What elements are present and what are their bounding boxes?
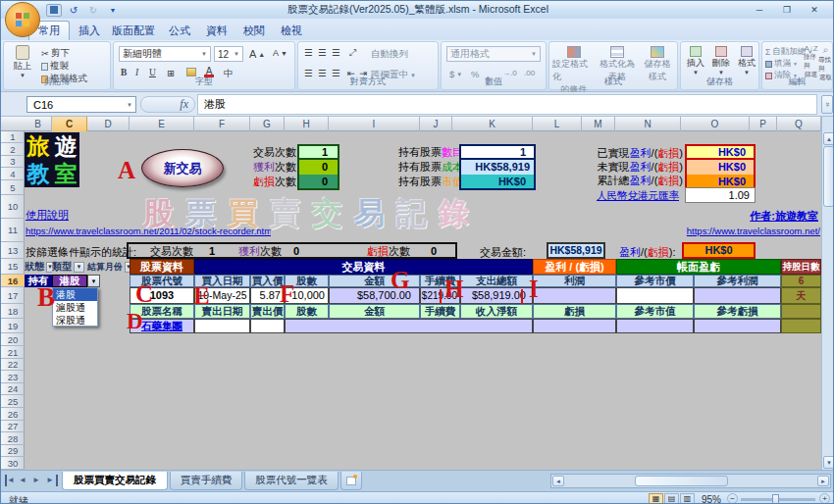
minimize-button[interactable]: ─: [747, 3, 772, 17]
hold-value-value[interactable]: HK$0: [459, 175, 536, 190]
row-1[interactable]: 1: [1, 131, 25, 143]
font-name-select[interactable]: 新細明體▼: [119, 46, 211, 62]
formula-input[interactable]: 港股: [197, 94, 817, 115]
zoom-slider-thumb[interactable]: [772, 494, 779, 504]
zoom-out-button[interactable]: −: [727, 493, 738, 504]
col-B[interactable]: B: [25, 117, 52, 131]
expand-formula-bar-button[interactable]: »: [821, 95, 833, 114]
row-15[interactable]: 15: [1, 259, 25, 275]
conditional-formatting-button[interactable]: 設定格式化的條件: [552, 46, 596, 96]
unrealized-pnl-value[interactable]: HK$0: [685, 160, 756, 175]
ref-profit-cell[interactable]: [694, 287, 781, 304]
sell-header-ref-loss[interactable]: 參考虧損: [694, 304, 781, 319]
row-25[interactable]: 25: [1, 395, 25, 408]
zoom-in-button[interactable]: +: [819, 493, 830, 504]
scroll-right-button[interactable]: ►: [817, 476, 829, 486]
save-icon[interactable]: [46, 4, 62, 17]
stock-name-link[interactable]: 石藥集團: [141, 321, 182, 331]
col-F[interactable]: F: [194, 117, 250, 131]
insert-worksheet-tab[interactable]: [340, 472, 362, 490]
row-3[interactable]: 3: [1, 156, 25, 168]
col-L[interactable]: L: [533, 117, 582, 131]
zoom-level[interactable]: 95%: [702, 494, 721, 504]
tab-nav-prev-icon[interactable]: ◄: [19, 475, 30, 486]
sell-price-cell[interactable]: [250, 319, 285, 333]
sheet-tab-records[interactable]: 股票買賣交易記錄: [62, 472, 168, 490]
sheet-tab-codes[interactable]: 股票代號一覽表: [244, 472, 339, 490]
view-layout-button[interactable]: ▤: [664, 493, 679, 504]
hold-cost-value[interactable]: HK$58,919: [459, 160, 536, 175]
type-cell-selected[interactable]: 港股: [52, 275, 87, 287]
tab-data[interactable]: 資料: [197, 21, 236, 40]
row-13[interactable]: 13: [1, 242, 25, 259]
vertical-scroll-thumb[interactable]: [823, 146, 834, 207]
close-button[interactable]: ✕: [802, 3, 827, 17]
row-17[interactable]: 17: [1, 287, 25, 304]
filter-state-header[interactable]: 狀態▼: [25, 259, 52, 275]
row-16[interactable]: 16: [1, 275, 25, 287]
row-20[interactable]: 20: [1, 333, 25, 346]
author-link[interactable]: 作者:旅遊教室: [691, 209, 818, 223]
sort-filter-button[interactable]: A↓Z 排序與篩選: [804, 44, 818, 79]
copy-button[interactable]: 複製: [41, 60, 69, 73]
row-24[interactable]: 24: [1, 383, 25, 395]
sell-header-net[interactable]: 收入淨額: [460, 304, 533, 319]
realized-pnl-value[interactable]: HK$0: [685, 144, 756, 160]
horizontal-scroll-thumb[interactable]: [635, 476, 728, 486]
sell-header-fee[interactable]: 手續費: [420, 304, 460, 319]
tab-nav-first-icon[interactable]: ◄: [5, 475, 17, 486]
col-N[interactable]: N: [615, 117, 681, 131]
sell-row-span1[interactable]: [285, 319, 533, 333]
filter-type-header[interactable]: 類型▼: [52, 259, 87, 275]
tab-view[interactable]: 檢視: [272, 21, 311, 40]
cut-button[interactable]: ✂剪下: [41, 47, 70, 60]
new-trade-button[interactable]: 新交易: [141, 149, 224, 187]
delete-cells-button[interactable]: 刪除▼: [709, 46, 733, 76]
tab-nav-next-icon[interactable]: ►: [32, 475, 44, 486]
paste-button[interactable]: 貼上 ▼: [8, 45, 37, 78]
font-size-select[interactable]: 12▼: [214, 46, 243, 62]
profit-cell[interactable]: [533, 287, 616, 304]
buy-header-ref-price[interactable]: 參考市價: [616, 275, 694, 287]
row-26[interactable]: 26: [1, 408, 25, 421]
sell-date-cell[interactable]: [194, 319, 250, 333]
row-11[interactable]: 11: [1, 219, 25, 242]
redo-icon[interactable]: ↻: [85, 4, 101, 17]
tab-review[interactable]: 校閱: [235, 21, 274, 40]
insert-cells-button[interactable]: 插入▼: [684, 46, 707, 76]
shrink-font-button[interactable]: A▼: [273, 48, 287, 58]
col-G[interactable]: G: [250, 117, 285, 131]
row-19[interactable]: 19: [1, 319, 25, 333]
col-C[interactable]: C: [52, 117, 87, 131]
align-top-icon[interactable]: ☰: [304, 47, 313, 58]
ref-price-cell[interactable]: [616, 287, 694, 304]
col-K[interactable]: K: [452, 117, 533, 131]
scroll-down-button[interactable]: ▼: [823, 456, 834, 469]
format-cells-button[interactable]: 格式▼: [735, 46, 758, 76]
trades-value[interactable]: 1: [297, 144, 339, 160]
tab-nav-last-icon[interactable]: ►: [46, 475, 58, 486]
filter-month-header[interactable]: 結算月份▼: [87, 259, 130, 275]
sell-header-amount[interactable]: 金額: [329, 304, 420, 319]
row-22[interactable]: 22: [1, 359, 25, 371]
view-normal-button[interactable]: ▦: [649, 493, 663, 504]
help-link[interactable]: 使用說明: [26, 208, 84, 222]
row-5[interactable]: 5: [1, 180, 25, 195]
tab-page-layout[interactable]: 版面配置: [103, 21, 164, 40]
hold-count-value[interactable]: 1: [459, 144, 536, 160]
col-E[interactable]: E: [130, 117, 194, 131]
wins-value[interactable]: 0: [297, 160, 339, 175]
fx-rate-value[interactable]: 1.09: [685, 187, 756, 203]
buy-header-total[interactable]: 支出總額: [460, 275, 533, 287]
insert-function-button[interactable]: fx: [140, 96, 195, 113]
undo-icon[interactable]: ↺: [66, 4, 81, 17]
vertical-scrollbar[interactable]: ▲ ▼: [821, 117, 834, 470]
sheet-tab-fees[interactable]: 買賣手續費: [170, 472, 242, 490]
sell-header-loss[interactable]: 虧損: [533, 304, 616, 319]
row-29[interactable]: 29: [1, 445, 25, 457]
holding-days-value[interactable]: 6: [781, 275, 821, 287]
maximize-button[interactable]: ❐: [774, 3, 800, 17]
col-D[interactable]: D: [87, 117, 130, 131]
horizontal-scrollbar[interactable]: ◄ ►: [550, 474, 831, 488]
col-Q[interactable]: Q: [777, 117, 821, 131]
